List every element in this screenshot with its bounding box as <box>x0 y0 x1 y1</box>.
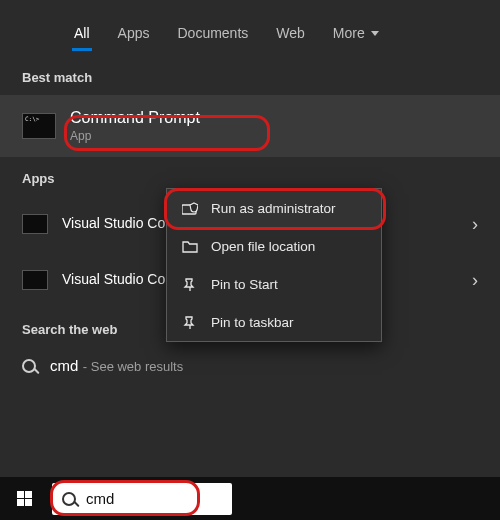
tab-documents[interactable]: Documents <box>163 17 262 51</box>
web-result[interactable]: cmd - See web results <box>0 347 500 385</box>
ctx-label: Run as administrator <box>211 201 336 216</box>
folder-icon <box>181 237 199 255</box>
ctx-label: Open file location <box>211 239 315 254</box>
taskbar <box>0 477 500 520</box>
cmd-icon <box>22 113 56 139</box>
start-button[interactable] <box>0 477 50 520</box>
ctx-open-location[interactable]: Open file location <box>167 227 381 265</box>
section-best-match: Best match <box>0 56 500 95</box>
ctx-label: Pin to Start <box>211 277 278 292</box>
windows-logo-icon <box>17 491 32 506</box>
search-input[interactable] <box>86 490 222 507</box>
shield-admin-icon <box>181 199 199 217</box>
chevron-right-icon[interactable]: › <box>472 270 478 291</box>
tab-more[interactable]: More <box>319 17 393 51</box>
ctx-label: Pin to taskbar <box>211 315 294 330</box>
best-match-text: Command Prompt App <box>70 109 478 143</box>
web-term: cmd <box>50 357 78 374</box>
web-hint: - See web results <box>83 359 183 374</box>
ctx-run-as-admin[interactable]: Run as administrator <box>167 189 381 227</box>
best-match-item[interactable]: Command Prompt App <box>0 95 500 157</box>
context-menu: Run as administrator Open file location … <box>166 188 382 342</box>
cmd-icon <box>22 270 48 290</box>
start-search-panel: All Apps Documents Web More Best match C… <box>0 0 500 477</box>
chevron-down-icon <box>371 31 379 36</box>
best-match-subtitle: App <box>70 129 478 143</box>
cmd-icon <box>22 214 48 234</box>
chevron-right-icon[interactable]: › <box>472 214 478 235</box>
filter-tabs: All Apps Documents Web More <box>0 0 500 56</box>
pin-icon <box>181 313 199 331</box>
tab-all[interactable]: All <box>60 17 104 51</box>
search-icon <box>62 492 76 506</box>
taskbar-search[interactable] <box>52 483 232 515</box>
ctx-pin-start[interactable]: Pin to Start <box>167 265 381 303</box>
pin-icon <box>181 275 199 293</box>
best-match-title: Command Prompt <box>70 109 478 127</box>
ctx-pin-taskbar[interactable]: Pin to taskbar <box>167 303 381 341</box>
tab-more-label: More <box>333 25 365 41</box>
tab-web[interactable]: Web <box>262 17 319 51</box>
search-icon <box>22 359 36 373</box>
tab-apps[interactable]: Apps <box>104 17 164 51</box>
